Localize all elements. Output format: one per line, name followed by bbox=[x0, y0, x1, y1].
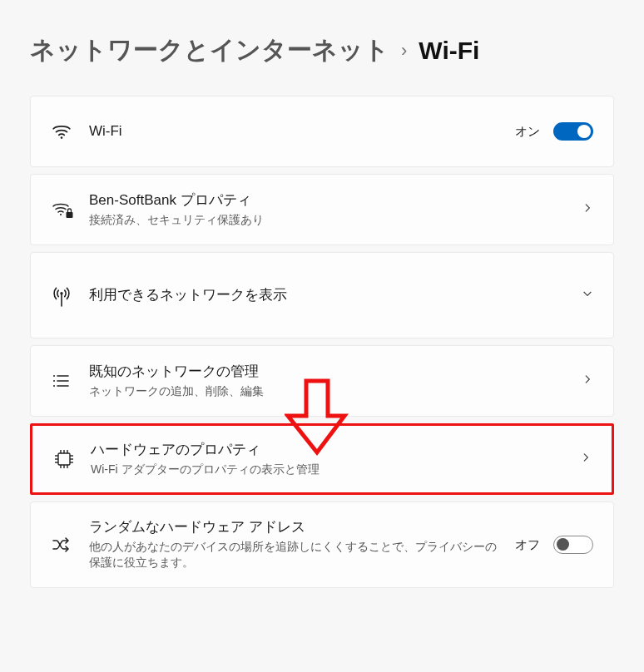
hardware-properties-title: ハードウェアのプロパティ bbox=[91, 441, 570, 460]
chevron-right-icon bbox=[582, 373, 593, 388]
wifi-toggle-card: Wi-Fi オン bbox=[30, 96, 614, 167]
svg-point-7 bbox=[53, 380, 55, 382]
breadcrumb: ネットワークとインターネット › Wi-Fi bbox=[30, 33, 614, 67]
svg-rect-11 bbox=[58, 453, 70, 465]
svg-rect-2 bbox=[67, 212, 73, 218]
known-networks-title: 既知のネットワークの管理 bbox=[89, 363, 572, 382]
breadcrumb-parent[interactable]: ネットワークとインターネット bbox=[30, 33, 389, 67]
known-networks-card[interactable]: 既知のネットワークの管理 ネットワークの追加、削除、編集 bbox=[30, 345, 614, 417]
breadcrumb-current: Wi-Fi bbox=[419, 37, 479, 65]
chevron-right-icon bbox=[580, 452, 592, 467]
svg-point-1 bbox=[60, 214, 62, 215]
random-hw-title: ランダムなハードウェア アドレス bbox=[89, 518, 505, 537]
random-hw-subtitle: 他の人があなたのデバイスの場所を追跡しにくくすることで、プライバシーの保護に役立… bbox=[89, 539, 505, 571]
svg-point-9 bbox=[53, 385, 55, 387]
antenna-icon bbox=[51, 284, 89, 307]
list-icon bbox=[51, 371, 89, 391]
hardware-properties-subtitle: Wi-Fi アダプターのプロパティの表示と管理 bbox=[91, 462, 570, 478]
shuffle-icon bbox=[51, 535, 89, 555]
random-hw-state-label: オフ bbox=[515, 537, 540, 553]
chip-icon bbox=[52, 447, 91, 471]
wifi-toggle-title: Wi-Fi bbox=[89, 122, 505, 141]
svg-point-5 bbox=[53, 375, 55, 377]
available-networks-card[interactable]: 利用できるネットワークを表示 bbox=[30, 252, 614, 338]
current-network-title: Ben-SoftBank プロパティ bbox=[89, 191, 572, 210]
available-networks-title: 利用できるネットワークを表示 bbox=[89, 286, 572, 305]
random-hw-toggle-switch[interactable] bbox=[553, 536, 593, 554]
known-networks-subtitle: ネットワークの追加、削除、編集 bbox=[89, 383, 572, 400]
chevron-down-icon bbox=[582, 288, 593, 303]
breadcrumb-separator-icon: › bbox=[401, 40, 407, 62]
wifi-secure-icon bbox=[51, 199, 89, 220]
svg-point-0 bbox=[61, 136, 63, 139]
random-hw-card: ランダムなハードウェア アドレス 他の人があなたのデバイスの場所を追跡しにくくす… bbox=[30, 502, 614, 588]
current-network-card[interactable]: Ben-SoftBank プロパティ 接続済み、セキュリティ保護あり bbox=[30, 174, 614, 245]
hardware-properties-card[interactable]: ハードウェアのプロパティ Wi-Fi アダプターのプロパティの表示と管理 bbox=[30, 423, 614, 495]
chevron-right-icon bbox=[582, 202, 593, 217]
wifi-state-label: オン bbox=[515, 124, 540, 140]
wifi-icon bbox=[51, 121, 89, 142]
wifi-toggle-switch[interactable] bbox=[553, 122, 593, 141]
current-network-subtitle: 接続済み、セキュリティ保護あり bbox=[89, 212, 572, 229]
